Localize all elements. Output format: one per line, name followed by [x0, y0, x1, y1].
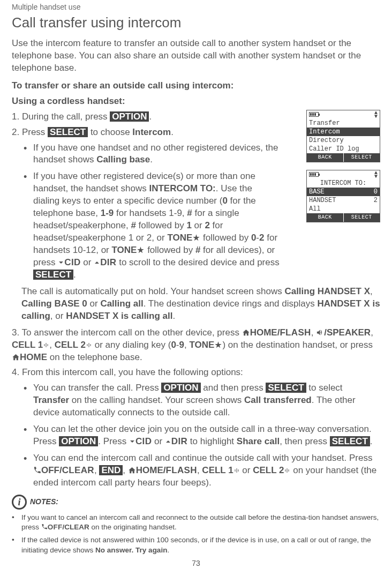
info-icon: i — [12, 495, 27, 510]
page-header: Multiple handset use — [12, 2, 380, 12]
lcd1-row-directory: Directory — [307, 136, 380, 145]
speaker-icon — [316, 328, 324, 337]
notes-section: i NOTES: If you want to cancel an interc… — [12, 495, 380, 555]
lcd1-row-callerid: Caller ID log — [307, 145, 380, 153]
hold-note: The call is automatically put on hold. Y… — [21, 286, 380, 323]
star-icon — [192, 234, 200, 242]
lcd2-row-all: All — [307, 205, 380, 213]
lcd2-softkey-select: SELECT — [344, 213, 380, 222]
select-key: SELECT — [266, 383, 306, 393]
star-icon — [214, 341, 222, 349]
lcd-screen-1: ▲▼ Transfer Intercom Directory Caller ID… — [306, 110, 380, 162]
battery-icon — [309, 112, 319, 117]
lcd1-softkey-back: BACK — [307, 153, 344, 162]
star-icon — [137, 246, 145, 254]
lcd1-row-intercom: Intercom — [307, 128, 380, 136]
step4-bullet-3: You can end the intercom call and contin… — [24, 452, 380, 489]
page-title: Call transfer using intercom — [12, 13, 380, 32]
lcd-screen-2: ▲▼ INTERCOM TO: BASE0 HANDSET2 All BACK … — [306, 170, 380, 222]
lcd2-row-handset: HANDSET2 — [307, 196, 380, 205]
intro-paragraph: Use the intercom feature to transfer an … — [12, 38, 380, 74]
option-key: OPTION — [161, 383, 200, 393]
end-key: END — [99, 465, 123, 475]
phone-off-icon — [33, 466, 41, 474]
section-cordless: Using a cordless handset: — [12, 95, 380, 108]
note-2: If the called device is not answered wit… — [12, 535, 380, 555]
page-number: 73 — [12, 558, 380, 568]
select-key: SELECT — [48, 127, 88, 137]
lcd2-title: INTERCOM TO: — [307, 179, 380, 188]
chevron-up-icon — [94, 259, 100, 266]
step4-bullet-2: You can let the other device join you on… — [24, 423, 380, 448]
step2-bullet-1: If you have one handset and no other reg… — [24, 142, 281, 167]
home-icon — [12, 353, 20, 361]
option-key: OPTION — [110, 111, 149, 122]
lcd2-softkey-back: BACK — [307, 213, 344, 222]
select-key: SELECT — [330, 436, 370, 446]
section-transfer-share: To transfer or share an outside call usi… — [12, 80, 380, 92]
select-key: SELECT — [33, 270, 73, 280]
lcd1-row-transfer: Transfer — [307, 119, 380, 128]
step-3: 3. To answer the intercom call on the ot… — [12, 327, 380, 364]
lcd1-softkey-select: SELECT — [344, 153, 380, 162]
chevron-up-icon — [165, 438, 171, 445]
home-icon — [128, 466, 136, 474]
lcd2-row-base: BASE0 — [307, 188, 380, 196]
notes-label: NOTES: — [30, 497, 58, 507]
phone-off-icon — [41, 524, 48, 530]
signal-icon — [43, 342, 49, 348]
signal-icon — [284, 467, 290, 474]
step4-bullet-1: You can transfer the call. Press OPTION … — [24, 382, 380, 419]
signal-icon — [86, 342, 92, 348]
step-4: 4. From this intercom call, you have the… — [12, 367, 380, 489]
lcd-screens-group: ▲▼ Transfer Intercom Directory Caller ID… — [306, 110, 380, 230]
battery-icon — [309, 172, 319, 177]
scroll-arrows-icon: ▲▼ — [374, 171, 378, 178]
scroll-arrows-icon: ▲▼ — [374, 111, 378, 118]
note-1: If you want to cancel an intercom call a… — [12, 513, 380, 532]
chevron-down-icon — [129, 438, 135, 445]
chevron-down-icon — [58, 259, 64, 266]
signal-icon — [233, 467, 240, 474]
option-key: OPTION — [59, 436, 98, 446]
home-icon — [242, 328, 250, 337]
step2-bullet-2: If you have other registered device(s) o… — [24, 170, 281, 281]
